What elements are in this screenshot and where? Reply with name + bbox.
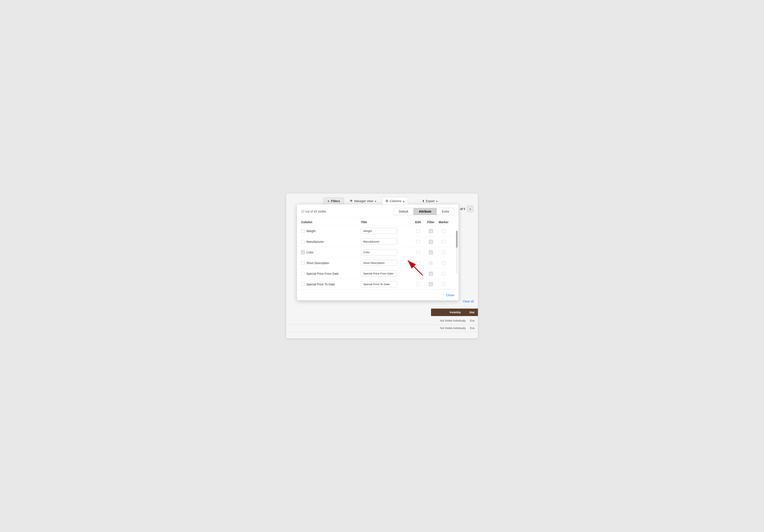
tab-attribute[interactable]: Attribute [414,208,437,215]
row-color-col-checkbox[interactable] [301,251,304,254]
row-color-name: Color [301,251,361,254]
row-price-from-col-checkbox[interactable] [301,272,304,275]
tab-extra[interactable]: Extra [437,208,454,215]
bg-row1-status: Ena [470,319,475,322]
row-price-to-name: Special Price To Date [301,283,361,286]
export-button[interactable]: Export [419,198,441,204]
tabs: Default Attribute Extra [394,208,454,215]
row-price-to-col-checkbox[interactable] [301,283,304,286]
row-weight-title-input[interactable] [361,228,397,234]
manager-view-button[interactable]: Manager View [347,198,380,205]
clear-all-link[interactable]: Clear all [463,300,474,303]
row-weight-marker-checkbox[interactable] [442,229,445,233]
manager-view-label: Manager View [354,200,373,203]
columns-button[interactable]: Columns [382,197,408,205]
row-weight-filter-checkbox[interactable] [429,229,433,233]
next-page-button[interactable] [467,205,474,212]
visible-count: 17 out of 43 visible [301,210,326,213]
col-header-column: Column [301,220,361,224]
row-short-desc-edit-checkbox[interactable] [416,261,420,265]
table-row: Special Price To Date [301,279,454,290]
gear-icon [385,199,388,203]
filters-button[interactable]: Filters [323,198,344,205]
table-row: Special Price From Date [301,268,454,279]
row-price-from-edit-checkbox[interactable] [416,272,420,275]
columns-label: Columns [390,200,401,203]
table-row: Short Description [301,258,454,268]
row-weight-col-checkbox[interactable] [301,229,304,233]
table-row: Manufacturer [301,236,454,247]
col-header-title: Title [361,220,412,224]
row-manufacturer-title-input[interactable] [361,238,397,245]
col-header-marker: Marker [437,220,450,224]
filter-icon [327,200,330,203]
row-color-edit-checkbox[interactable] [416,251,420,254]
scrollbar-thumb[interactable] [456,231,458,248]
eye-icon [350,199,353,203]
row-color-filter-checkbox[interactable] [429,251,433,254]
row-short-desc-filter-checkbox[interactable] [429,261,433,265]
row-color-marker-checkbox[interactable] [442,251,445,254]
chevron-down-icon-export [436,200,438,203]
col-header-filter: Filter [424,220,437,224]
export-icon [422,200,425,203]
row-manufacturer-marker-checkbox[interactable] [442,240,445,243]
row-weight-name: Weight [301,229,361,233]
bg-status-header: Stat [469,311,475,314]
row-short-desc-name: Short Description [301,261,361,265]
row-price-to-title-input[interactable] [361,281,397,287]
table-header: Column Title Edit Filter Marker [301,218,454,226]
row-price-from-filter-checkbox[interactable] [429,272,433,275]
row-price-from-name: Special Price From Date [301,272,361,275]
row-short-desc-title-input[interactable] [361,260,397,266]
chevron-down-icon [375,200,377,203]
chevron-up-icon [403,200,405,203]
row-price-to-marker-checkbox[interactable] [442,283,445,286]
modal-header: 17 out of 43 visible Default Attribute E… [297,204,459,218]
columns-table: Column Title Edit Filter Marker Weight [297,218,459,290]
bg-row2-visibility: Not Visible Individually [440,327,466,330]
close-button[interactable]: Close [446,293,454,297]
chevron-right-icon [470,207,471,211]
tab-default[interactable]: Default [394,208,414,215]
scrollbar-track[interactable] [456,231,458,273]
row-price-to-filter-checkbox[interactable] [429,283,433,286]
bg-row1-visibility: Not Visible Individually [440,319,466,322]
row-price-from-marker-checkbox[interactable] [442,272,445,275]
table-row: Color [301,247,454,258]
row-price-from-title-input[interactable] [361,270,397,277]
row-price-to-edit-checkbox[interactable] [416,283,420,286]
row-weight-edit-checkbox[interactable] [416,229,420,233]
col-header-edit: Edit [412,220,424,224]
bg-visibility-header: Visibility [449,311,461,314]
row-manufacturer-col-checkbox[interactable] [301,240,304,243]
row-manufacturer-name: Manufacturer [301,240,361,243]
columns-modal: 17 out of 43 visible Default Attribute E… [297,204,459,301]
row-color-title-input[interactable] [361,249,397,255]
row-manufacturer-filter-checkbox[interactable] [429,240,433,243]
page-wrapper: Filters Manager View Columns Export Visi… [286,194,478,338]
background-content: Visibility Stat Not Visible Individually… [286,309,478,338]
filters-label: Filters [331,200,340,203]
bg-row2-status: Ena [470,327,475,330]
row-short-desc-col-checkbox[interactable] [301,261,304,265]
row-short-desc-marker-checkbox[interactable] [442,261,445,265]
pagination-of: of 5 [460,207,465,210]
export-label: Export [426,200,435,203]
row-manufacturer-edit-checkbox[interactable] [416,240,420,243]
modal-footer: Close [297,290,459,300]
table-row: Weight [301,226,454,236]
pagination: of 5 [460,205,474,212]
